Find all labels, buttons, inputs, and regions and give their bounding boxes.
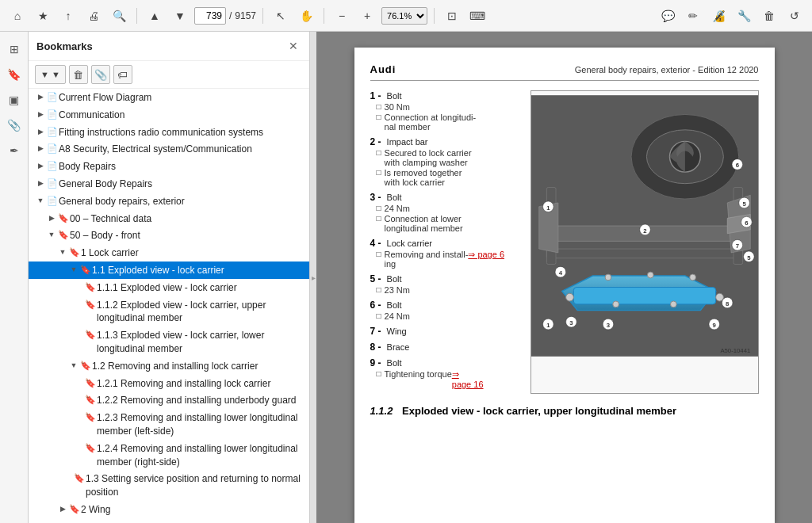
part-detail-5a: 23 Nm xyxy=(377,285,521,295)
page-link-9[interactable]: ⇒page 16 xyxy=(452,369,484,389)
hand-btn[interactable]: ✋ xyxy=(295,5,317,27)
tree-item-current-flow[interactable]: ▶ 📄 Current Flow Diagram xyxy=(29,89,309,106)
tree-item-exploded-view[interactable]: ▼ 🔖 1.1 Exploded view - lock carrier xyxy=(29,262,309,279)
section-heading: 1.1.2 Exploded view - lock carrier, uppe… xyxy=(370,405,759,417)
svg-rect-5 xyxy=(546,249,742,258)
tree-container[interactable]: ▶ 📄 Current Flow Diagram ▶ 📄 Communicati… xyxy=(29,89,309,523)
bookmark-btn[interactable]: ★ xyxy=(32,5,54,27)
delete-bookmark-btn[interactable]: 🗑 xyxy=(69,65,88,84)
refresh-btn[interactable]: ↺ xyxy=(783,5,806,27)
tree-item-general-exterior[interactable]: ▼ 📄 General body repairs, exterior xyxy=(29,193,309,210)
doc-icon-communication: 📄 xyxy=(46,108,59,120)
part-detail-4a: Removing and install-ing ⇒ page 6 xyxy=(377,250,521,269)
cursor-btn[interactable]: ↖ xyxy=(270,5,292,27)
label-removing-124: 1.2.4 Removing and installing lower long… xyxy=(97,441,306,469)
bookmark-close-btn[interactable]: ✕ xyxy=(285,38,301,54)
pdf-page-header: Audi General body repairs, exterior - Ed… xyxy=(370,63,759,81)
zoom-in-btn[interactable]: + xyxy=(356,5,378,27)
tree-item-exploded-112[interactable]: 🔖 1.1.2 Exploded view - lock carrier, up… xyxy=(29,296,309,327)
svg-text:1: 1 xyxy=(546,322,550,329)
attachments-btn[interactable]: 📎 xyxy=(3,114,25,136)
prev-page-btn[interactable]: ▲ xyxy=(144,5,166,27)
tree-item-lock-carrier[interactable]: ▼ 🔖 1 Lock carrier xyxy=(29,244,309,262)
tools-btn[interactable]: 🔧 xyxy=(733,5,755,27)
fit-page-btn[interactable]: ⊡ xyxy=(441,5,463,27)
comment-btn[interactable]: 💬 xyxy=(657,5,679,27)
layers-btn[interactable]: ⊞ xyxy=(3,38,25,60)
svg-text:6: 6 xyxy=(735,162,739,169)
tree-item-exploded-113[interactable]: 🔖 1.1.3 Exploded view - lock carrier, lo… xyxy=(29,326,309,357)
zoom-select[interactable]: 76.1% 50% 75% 100% 125% 150% xyxy=(381,7,427,25)
tree-item-removing-121[interactable]: 🔖 1.2.1 Removing and installing lock car… xyxy=(29,375,309,392)
pdf-area[interactable]: Audi General body repairs, exterior - Ed… xyxy=(316,32,812,523)
home-btn[interactable]: ⌂ xyxy=(6,5,29,27)
zoom-out-btn[interactable]: − xyxy=(331,5,353,27)
label-body-repairs: Body Repairs xyxy=(59,159,306,174)
tree-item-tech-data[interactable]: ▶ 🔖 00 – Technical data xyxy=(29,210,309,227)
tag-bookmark-btn[interactable]: 🏷 xyxy=(113,65,132,84)
next-page-btn[interactable]: ▼ xyxy=(169,5,191,27)
label-lock-carrier: 1 Lock carrier xyxy=(81,246,306,260)
search-btn[interactable]: 🔍 xyxy=(108,5,130,27)
page-input[interactable]: 739 xyxy=(194,7,226,25)
tree-item-setting-13[interactable]: 🔖 1.3 Setting service position and retur… xyxy=(29,470,309,501)
pen-btn[interactable]: ✏ xyxy=(682,5,704,27)
bookmarks-nav-btn[interactable]: 🔖 xyxy=(3,63,25,86)
label-setting-13: 1.3 Setting service position and returni… xyxy=(86,471,306,499)
part-number-4: 4 - xyxy=(370,238,381,249)
tree-item-exploded-111[interactable]: 🔖 1.1.1 Exploded view - lock carrier xyxy=(29,279,309,296)
tree-item-body-repairs[interactable]: ▶ 📄 Body Repairs xyxy=(29,158,309,175)
doc-icon-current-flow: 📄 xyxy=(46,90,59,103)
tree-item-a8[interactable]: ▶ 📄 A8 Security, Electrical system/Commu… xyxy=(29,140,309,158)
resize-handle[interactable] xyxy=(310,32,316,523)
svg-text:6: 6 xyxy=(745,220,749,227)
pdf-page: Audi General body repairs, exterior - Ed… xyxy=(354,48,775,523)
label-removing-122: 1.2.2 Removing and installing underbody … xyxy=(97,393,306,407)
label-a8: A8 Security, Electrical system/Communica… xyxy=(59,142,306,156)
stamp-btn[interactable]: 🔏 xyxy=(707,5,730,27)
tree-item-body-front[interactable]: ▼ 🔖 50 – Body - front xyxy=(29,227,309,244)
part-number-6: 6 - xyxy=(370,300,381,311)
tree-item-communication[interactable]: ▶ 📄 Communication xyxy=(29,106,309,124)
tree-item-removing-123[interactable]: 🔖 1.2.3 Removing and installing lower lo… xyxy=(29,409,309,440)
svg-text:4: 4 xyxy=(558,269,562,277)
doc-icon-fitting: 📄 xyxy=(46,125,59,138)
tree-item-fitting[interactable]: ▶ 📄 Fitting instructions radio communica… xyxy=(29,124,309,141)
tree-item-removing-122[interactable]: 🔖 1.2.2 Removing and installing underbod… xyxy=(29,391,309,409)
svg-point-12 xyxy=(689,274,695,281)
part-item-9: 9 - Bolt Tightening torque ⇒page 16 xyxy=(370,357,521,389)
tree-item-wing-2[interactable]: ▶ 🔖 2 Wing xyxy=(29,501,309,518)
expand-all-btn[interactable]: ▼ ▼ xyxy=(35,65,66,84)
thumbnails-btn[interactable]: ▣ xyxy=(3,89,25,111)
part-number-2: 2 - xyxy=(370,136,381,147)
svg-point-9 xyxy=(565,293,573,301)
delete-btn[interactable]: 🗑 xyxy=(758,5,780,27)
part-name-2: Impact bar xyxy=(385,137,428,147)
bookmark-icon-122: 🔖 xyxy=(84,393,97,406)
part-name-1: Bolt xyxy=(385,91,402,101)
print-btn[interactable]: 🖨 xyxy=(82,5,105,27)
toolbar-right: 💬 ✏ 🔏 🔧 🗑 ↺ xyxy=(657,5,806,27)
bookmark-toolbar: ▼ ▼ 🗑 📎 🏷 xyxy=(29,61,309,89)
bookmark-panel: Bookmarks ✕ ▼ ▼ 🗑 📎 🏷 ▶ 📄 Current Flow D… xyxy=(29,32,310,523)
svg-text:9: 9 xyxy=(712,322,716,329)
doc-icon-body-repairs: 📄 xyxy=(46,159,59,172)
tree-item-removing-12[interactable]: ▼ 🔖 1.2 Removing and installing lock car… xyxy=(29,357,309,375)
keyboard-btn[interactable]: ⌨ xyxy=(466,5,488,27)
svg-point-13 xyxy=(715,293,723,301)
arrow-exploded-view: ▼ xyxy=(68,263,79,275)
sep2 xyxy=(262,8,263,24)
share-btn[interactable]: ↑ xyxy=(57,5,79,27)
sep1 xyxy=(136,8,137,24)
label-exploded-view: 1.1 Exploded view - lock carrier xyxy=(92,263,306,277)
tree-item-removing-124[interactable]: 🔖 1.2.4 Removing and installing lower lo… xyxy=(29,440,309,471)
part-name-7: Wing xyxy=(385,326,407,336)
add-bookmark-btn[interactable]: 📎 xyxy=(91,65,110,84)
part-detail-3a: 24 Nm xyxy=(377,204,521,213)
page-link-4[interactable]: ⇒ page 6 xyxy=(468,250,504,260)
tree-item-general-body[interactable]: ▶ 📄 General Body Repairs xyxy=(29,175,309,193)
signatures-btn[interactable]: ✒ xyxy=(3,139,25,162)
bookmark-icon-body-front: 🔖 xyxy=(57,228,70,241)
part-number-7: 7 - xyxy=(370,326,381,337)
label-body-front: 50 – Body - front xyxy=(70,228,306,242)
